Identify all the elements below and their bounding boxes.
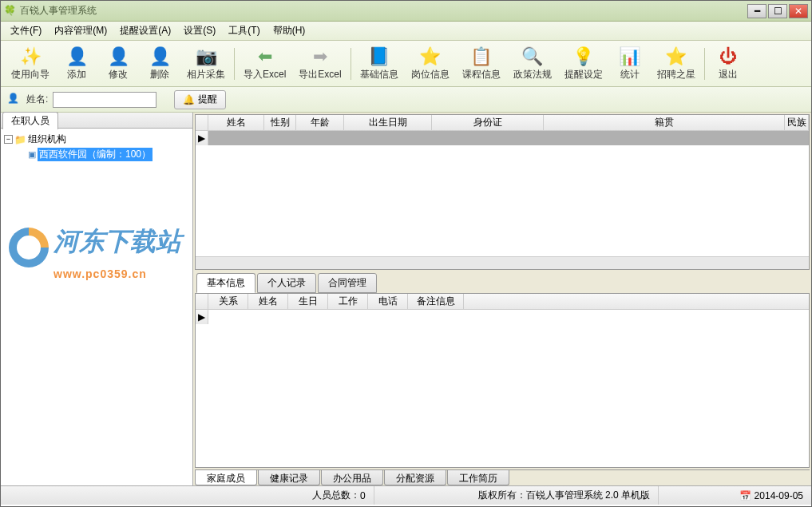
titlebar: 🍀 百锐人事管理系统 ━ ☐ ✕ bbox=[1, 1, 811, 22]
menu-remind[interactable]: 提醒设置(A) bbox=[113, 22, 177, 39]
tab-family[interactable]: 家庭成员 bbox=[195, 470, 257, 485]
row-indicator-col bbox=[196, 294, 208, 309]
tab-contract[interactable]: 合同管理 bbox=[318, 273, 377, 293]
statusbar: 人员总数： 0 版权所有：百锐人事管理系统 2.0 单机版 📅 2014-09-… bbox=[1, 485, 811, 505]
row-pointer-icon: ▶ bbox=[196, 310, 208, 324]
org-tree: − 📁 组织机构 ▣ 西西软件园（编制：100） bbox=[1, 129, 192, 485]
recruit-button[interactable]: ⭐招聘之星 bbox=[652, 43, 701, 84]
app-icon: 🍀 bbox=[4, 5, 17, 18]
menu-help[interactable]: 帮助(H) bbox=[267, 22, 312, 39]
row-pointer-icon: ▶ bbox=[196, 131, 208, 145]
separator bbox=[351, 48, 351, 80]
chart-icon: 📊 bbox=[619, 46, 641, 68]
add-user-icon: 👤 bbox=[65, 46, 88, 68]
col-work[interactable]: 工作 bbox=[328, 294, 368, 309]
post-info-button[interactable]: ⭐岗位信息 bbox=[406, 43, 455, 84]
photo-button[interactable]: 📷相片采集 bbox=[181, 43, 231, 84]
org-icon: ▣ bbox=[28, 149, 36, 160]
tab-resume[interactable]: 工作简历 bbox=[447, 470, 509, 485]
detail-grid-body[interactable]: ▶ bbox=[196, 310, 809, 467]
remind-set-button[interactable]: 💡提醒设定 bbox=[559, 43, 608, 84]
col-remark[interactable]: 备注信息 bbox=[408, 294, 464, 309]
col-birthday[interactable]: 生日 bbox=[288, 294, 328, 309]
menu-tools[interactable]: 工具(T) bbox=[222, 22, 266, 39]
grid-body[interactable]: ▶ bbox=[196, 131, 809, 256]
minimize-button[interactable]: ━ bbox=[747, 4, 766, 18]
col-nation[interactable]: 民族 bbox=[785, 115, 809, 130]
green-star-icon: ⭐ bbox=[665, 46, 687, 68]
avatar-icon: 👤 bbox=[7, 93, 22, 107]
col-name[interactable]: 姓名 bbox=[208, 115, 264, 130]
delete-button[interactable]: 👤删除 bbox=[140, 43, 180, 84]
separator bbox=[234, 48, 235, 80]
close-button[interactable]: ✕ bbox=[789, 4, 808, 18]
status-copyright: 版权所有：百锐人事管理系统 2.0 单机版 bbox=[470, 486, 659, 505]
window-title: 百锐人事管理系统 bbox=[20, 4, 747, 18]
col-birth[interactable]: 出生日期 bbox=[344, 115, 432, 130]
search-doc-icon: 🔍 bbox=[521, 46, 544, 68]
col-origin[interactable]: 籍贯 bbox=[544, 115, 785, 130]
content: 姓名 性别 年龄 出生日期 身份证 籍贯 民族 ▶ 基本信息 个人记录 合同管理 bbox=[193, 113, 811, 485]
export-button[interactable]: ➡导出Excel bbox=[293, 43, 347, 84]
maximize-button[interactable]: ☐ bbox=[768, 4, 787, 18]
import-icon: ⬅ bbox=[254, 46, 276, 68]
menu-content[interactable]: 内容管理(M) bbox=[48, 22, 113, 39]
name-input[interactable] bbox=[53, 92, 156, 108]
col-name2[interactable]: 姓名 bbox=[248, 294, 288, 309]
grid-current-row[interactable]: ▶ bbox=[196, 131, 809, 145]
tab-resource[interactable]: 分配资源 bbox=[384, 470, 446, 485]
col-relation[interactable]: 关系 bbox=[208, 294, 248, 309]
tree-leaf[interactable]: ▣ 西西软件园（编制：100） bbox=[4, 147, 189, 162]
camera-icon: 📷 bbox=[195, 46, 217, 68]
board-icon: 📋 bbox=[470, 46, 493, 68]
tab-basic-info[interactable]: 基本信息 bbox=[196, 273, 255, 293]
searchbar: 👤 姓名: 🔔 提醒 bbox=[1, 87, 811, 113]
tab-office[interactable]: 办公用品 bbox=[321, 470, 383, 485]
menu-file[interactable]: 文件(F) bbox=[4, 22, 48, 39]
import-button[interactable]: ⬅导入Excel bbox=[238, 43, 291, 84]
sidebar: 在职人员 − 📁 组织机构 ▣ 西西软件园（编制：100） bbox=[1, 113, 193, 485]
collapse-icon[interactable]: − bbox=[4, 135, 13, 144]
wand-icon: ✨ bbox=[19, 46, 42, 68]
edit-user-icon: 👤 bbox=[107, 46, 129, 68]
export-icon: ➡ bbox=[309, 46, 331, 68]
tab-health[interactable]: 健康记录 bbox=[258, 470, 320, 485]
folder-icon: 📁 bbox=[14, 134, 26, 145]
mid-tabs: 基本信息 个人记录 合同管理 bbox=[193, 271, 811, 293]
exit-button[interactable]: ⏻退出 bbox=[708, 43, 748, 84]
status-date: 📅 2014-09-05 bbox=[731, 490, 811, 501]
policy-button[interactable]: 🔍政策法规 bbox=[508, 43, 557, 84]
star-icon: ⭐ bbox=[419, 46, 442, 68]
toolbar: ✨使用向导 👤添加 👤修改 👤删除 📷相片采集 ⬅导入Excel ➡导出Exce… bbox=[1, 41, 811, 87]
h-scrollbar[interactable] bbox=[196, 256, 809, 269]
col-phone[interactable]: 电话 bbox=[368, 294, 408, 309]
course-info-button[interactable]: 📋课程信息 bbox=[457, 43, 506, 84]
bottom-tabs: 家庭成员 健康记录 办公用品 分配资源 工作简历 bbox=[195, 469, 810, 485]
detail-grid[interactable]: 关系 姓名 生日 工作 电话 备注信息 ▶ bbox=[195, 293, 810, 468]
detail-grid-header: 关系 姓名 生日 工作 电话 备注信息 bbox=[196, 294, 809, 310]
tree-root[interactable]: − 📁 组织机构 bbox=[4, 132, 189, 147]
tab-personal-record[interactable]: 个人记录 bbox=[257, 273, 316, 293]
basic-info-button[interactable]: 📘基础信息 bbox=[355, 43, 404, 84]
book-icon: 📘 bbox=[368, 46, 390, 68]
col-age[interactable]: 年龄 bbox=[296, 115, 344, 130]
stats-button[interactable]: 📊统计 bbox=[610, 43, 650, 84]
row-indicator-col bbox=[196, 115, 208, 130]
col-gender[interactable]: 性别 bbox=[264, 115, 296, 130]
separator bbox=[704, 48, 705, 80]
menubar: 文件(F) 内容管理(M) 提醒设置(A) 设置(S) 工具(T) 帮助(H) bbox=[1, 22, 811, 41]
remind-button[interactable]: 🔔 提醒 bbox=[174, 90, 226, 109]
bulb-icon: 💡 bbox=[572, 46, 595, 68]
bell-icon: 🔔 bbox=[183, 94, 195, 105]
col-id[interactable]: 身份证 bbox=[432, 115, 544, 130]
edit-button[interactable]: 👤修改 bbox=[98, 43, 138, 84]
sidebar-tabs: 在职人员 bbox=[1, 113, 192, 129]
wizard-button[interactable]: ✨使用向导 bbox=[6, 43, 55, 84]
menu-settings[interactable]: 设置(S) bbox=[177, 22, 222, 39]
calendar-icon: 📅 bbox=[739, 490, 751, 501]
delete-user-icon: 👤 bbox=[149, 46, 171, 68]
sidebar-tab-active[interactable]: 在职人员 bbox=[2, 112, 58, 129]
employee-grid[interactable]: 姓名 性别 年龄 出生日期 身份证 籍贯 民族 ▶ bbox=[195, 114, 810, 270]
grid-header: 姓名 性别 年龄 出生日期 身份证 籍贯 民族 bbox=[196, 115, 809, 131]
add-button[interactable]: 👤添加 bbox=[57, 43, 97, 84]
